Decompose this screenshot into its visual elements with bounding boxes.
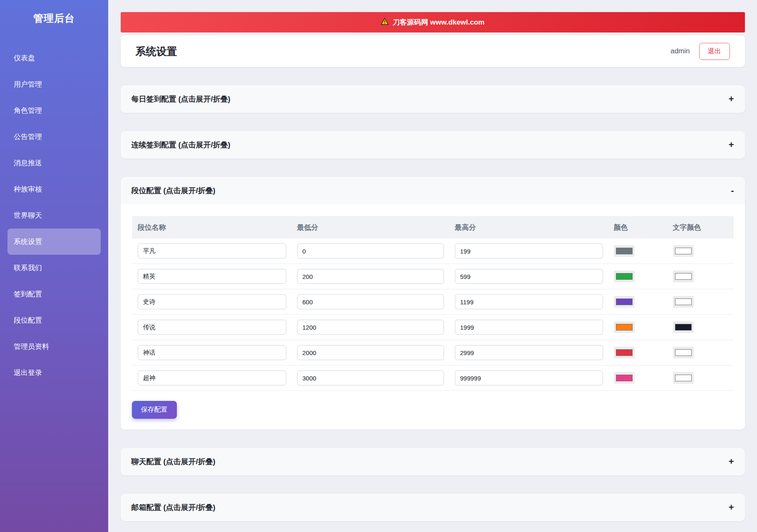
sidebar-item-label: 退出登录: [14, 368, 42, 378]
page-title: 系统设置: [136, 45, 177, 58]
collapse-icon[interactable]: -: [731, 185, 734, 196]
max-score-input[interactable]: [455, 370, 603, 385]
rank-color-swatch: [616, 273, 633, 280]
max-score-input[interactable]: [455, 294, 603, 309]
col-header-max-score: 最高分: [455, 223, 614, 232]
sidebar-item[interactable]: 签到配置: [0, 281, 108, 307]
max-score-input[interactable]: [455, 244, 603, 259]
text-color-picker[interactable]: [673, 347, 694, 358]
min-score-input[interactable]: [297, 244, 444, 259]
save-config-button[interactable]: 保存配置: [132, 401, 177, 419]
section-title: 段位配置 (点击展开/折叠): [132, 186, 216, 196]
section-continuous-signin: 连续签到配置 (点击展开/折叠) +: [121, 131, 745, 159]
sidebar-item-label: 联系我们: [14, 263, 42, 273]
sidebar-item-label: 角色管理: [14, 106, 42, 115]
rank-name-input[interactable]: [138, 345, 286, 360]
text-color-picker[interactable]: [673, 296, 694, 308]
text-color-picker[interactable]: [673, 271, 694, 282]
text-color-swatch: [675, 349, 692, 356]
expand-icon[interactable]: +: [729, 456, 734, 467]
rank-color-picker[interactable]: [614, 271, 635, 282]
col-header-color: 颜色: [614, 223, 673, 232]
section-rank-config: 段位配置 (点击展开/折叠) - 段位名称 最低分 最高分 颜色 文字颜色: [121, 177, 745, 430]
rank-name-input[interactable]: [138, 269, 286, 284]
sidebar-item[interactable]: 用户管理: [0, 71, 108, 97]
sidebar-item[interactable]: 系统设置: [7, 229, 101, 255]
sidebar-item[interactable]: 段位配置: [0, 307, 108, 333]
sidebar-item-label: 种族审核: [14, 184, 42, 194]
notice-banner: 刀客源码网 www.dkewl.com: [121, 12, 745, 32]
sidebar-item-label: 用户管理: [14, 80, 42, 89]
sidebar: 管理后台 仪表盘 用户管理 角色管理 公告管理 消息推送 种族审核 世界聊天 系…: [0, 0, 108, 532]
expand-icon[interactable]: +: [729, 502, 734, 513]
section-daily-signin-header[interactable]: 每日签到配置 (点击展开/折叠) +: [121, 85, 745, 113]
rank-color-picker[interactable]: [614, 321, 635, 333]
sidebar-item-label: 签到配置: [14, 289, 42, 299]
section-mail-config-header[interactable]: 邮箱配置 (点击展开/折叠) +: [121, 494, 745, 521]
rank-color-picker[interactable]: [614, 372, 635, 384]
rank-name-input[interactable]: [138, 370, 286, 385]
rank-table: 段位名称 最低分 最高分 颜色 文字颜色: [132, 216, 734, 391]
sidebar-item-label: 世界聊天: [14, 211, 42, 220]
text-color-swatch: [675, 324, 692, 331]
rank-name-input[interactable]: [138, 244, 286, 259]
section-title: 连续签到配置 (点击展开/折叠): [132, 140, 231, 150]
main-area: 刀客源码网 www.dkewl.com 系统设置 admin 退出 每日签到配置…: [108, 0, 757, 532]
min-score-input[interactable]: [297, 345, 444, 360]
rank-color-swatch: [616, 248, 633, 254]
min-score-input[interactable]: [297, 320, 444, 335]
rank-row: [132, 289, 734, 315]
max-score-input[interactable]: [455, 269, 603, 284]
banner-text: 刀客源码网 www.dkewl.com: [393, 17, 484, 27]
sidebar-item-label: 段位配置: [14, 316, 42, 325]
rank-color-swatch: [616, 324, 633, 331]
text-color-picker[interactable]: [673, 321, 694, 333]
sidebar-item[interactable]: 公告管理: [0, 124, 108, 150]
min-score-input[interactable]: [297, 269, 444, 284]
rank-color-picker[interactable]: [614, 347, 635, 358]
warning-icon: [381, 18, 389, 27]
page-header: 系统设置 admin 退出: [121, 35, 745, 67]
max-score-input[interactable]: [455, 320, 603, 335]
section-title: 聊天配置 (点击展开/折叠): [132, 457, 216, 467]
sidebar-item-label: 管理员资料: [14, 342, 49, 351]
text-color-swatch: [675, 273, 692, 280]
max-score-input[interactable]: [455, 345, 603, 360]
sidebar-item[interactable]: 角色管理: [0, 97, 108, 124]
rank-color-swatch: [616, 375, 633, 381]
section-chat-config-header[interactable]: 聊天配置 (点击展开/折叠) +: [121, 448, 745, 475]
section-mail-config: 邮箱配置 (点击展开/折叠) +: [121, 494, 745, 521]
rank-row: [132, 365, 734, 391]
sidebar-item[interactable]: 管理员资料: [0, 333, 108, 360]
sidebar-item[interactable]: 仪表盘: [0, 45, 108, 71]
logout-button[interactable]: 退出: [699, 43, 730, 60]
text-color-picker[interactable]: [673, 245, 694, 257]
section-continuous-signin-header[interactable]: 连续签到配置 (点击展开/折叠) +: [121, 131, 745, 159]
min-score-input[interactable]: [297, 294, 444, 309]
min-score-input[interactable]: [297, 370, 444, 385]
text-color-picker[interactable]: [673, 372, 694, 384]
sidebar-item-label: 仪表盘: [14, 53, 35, 63]
section-rank-config-header[interactable]: 段位配置 (点击展开/折叠) -: [121, 177, 745, 204]
sidebar-item-label: 公告管理: [14, 132, 42, 142]
expand-icon[interactable]: +: [729, 139, 734, 150]
sidebar-item[interactable]: 消息推送: [0, 150, 108, 176]
section-title: 每日签到配置 (点击展开/折叠): [132, 94, 231, 104]
sidebar-nav: 仪表盘 用户管理 角色管理 公告管理 消息推送 种族审核 世界聊天 系统设置 联…: [0, 45, 108, 386]
rank-row: [132, 315, 734, 340]
sidebar-item[interactable]: 退出登录: [0, 360, 108, 386]
expand-icon[interactable]: +: [729, 94, 734, 104]
rank-color-picker[interactable]: [614, 296, 635, 308]
rank-name-input[interactable]: [138, 320, 286, 335]
rank-name-input[interactable]: [138, 294, 286, 309]
current-username: admin: [670, 47, 690, 55]
rank-row: [132, 264, 734, 289]
text-color-swatch: [675, 375, 692, 381]
section-title: 邮箱配置 (点击展开/折叠): [132, 502, 216, 512]
rank-color-picker[interactable]: [614, 245, 635, 257]
sidebar-item[interactable]: 世界聊天: [0, 202, 108, 229]
sidebar-item[interactable]: 联系我们: [0, 255, 108, 281]
rank-table-rows: [132, 239, 734, 391]
sidebar-item[interactable]: 种族审核: [0, 176, 108, 202]
col-header-text-color: 文字颜色: [673, 223, 728, 232]
